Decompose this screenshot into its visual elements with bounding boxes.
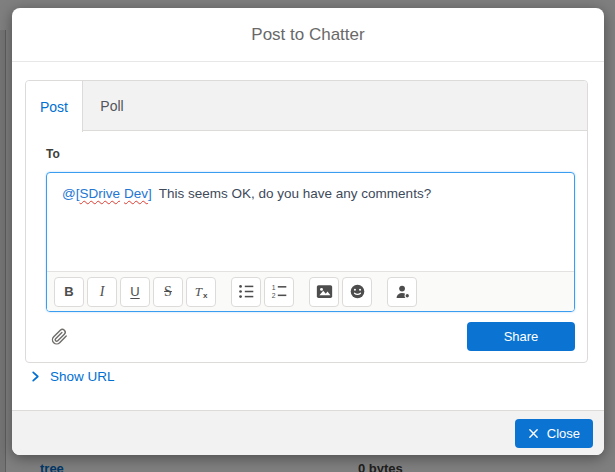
paperclip-icon: [50, 327, 69, 346]
mention-name: SDrive: [79, 186, 120, 201]
user-add-icon: [394, 283, 411, 300]
tab-poll[interactable]: Poll: [83, 81, 141, 130]
clear-formatting-button[interactable]: Tx: [186, 277, 216, 307]
mention-token: @[SDriveDev]: [62, 186, 152, 201]
post-tab-panel: To @[SDriveDev]This seems OK, do you hav…: [26, 131, 587, 351]
italic-icon: I: [100, 284, 105, 300]
share-button[interactable]: Share: [467, 322, 575, 351]
close-button-label: Close: [547, 426, 580, 441]
to-label: To: [46, 147, 575, 162]
bulleted-list-button[interactable]: [231, 277, 261, 307]
tab-poll-label: Poll: [100, 98, 123, 114]
show-url-label: Show URL: [50, 369, 115, 384]
tab-strip: Post Poll: [26, 81, 587, 131]
bold-button[interactable]: B: [54, 277, 84, 307]
message-text: This seems OK, do you have any comments?: [159, 186, 431, 201]
bulleted-list-icon: [238, 283, 255, 300]
message-textbox[interactable]: @[SDriveDev]This seems OK, do you have a…: [47, 173, 574, 271]
close-button[interactable]: Close: [515, 419, 593, 448]
message-editor: @[SDriveDev]This seems OK, do you have a…: [46, 172, 575, 312]
insert-emoji-button[interactable]: [342, 277, 372, 307]
dialog-title: Post to Chatter: [251, 25, 364, 45]
strikethrough-icon: S: [164, 284, 172, 300]
image-icon: [316, 283, 333, 300]
italic-button[interactable]: I: [87, 277, 117, 307]
tab-card: Post Poll To @[SDriveDev]This seems OK, …: [25, 80, 588, 363]
dialog-footer: Close: [12, 410, 604, 455]
mention-close: ]: [148, 186, 152, 201]
svg-text:2: 2: [271, 292, 275, 299]
clear-formatting-sub: x: [203, 291, 207, 300]
svg-text:1: 1: [271, 284, 275, 291]
editor-actions: Share: [46, 322, 575, 351]
chevron-right-icon: [30, 371, 41, 382]
post-to-chatter-dialog: Post to Chatter Post Poll To @[SDriveDev…: [12, 8, 604, 455]
numbered-list-button[interactable]: 1 2: [264, 277, 294, 307]
emoji-icon: [349, 283, 366, 300]
rich-text-toolbar: B I U S Tx: [47, 271, 574, 311]
tab-post-label: Post: [40, 99, 68, 115]
mention-user-button[interactable]: [387, 277, 417, 307]
underline-button[interactable]: U: [120, 277, 150, 307]
clear-formatting-icon: T: [195, 284, 202, 300]
show-url-toggle[interactable]: Show URL: [30, 369, 115, 384]
underline-icon: U: [130, 284, 139, 299]
mention-name: Dev: [124, 186, 148, 201]
strikethrough-button[interactable]: S: [153, 277, 183, 307]
attach-file-button[interactable]: [50, 327, 69, 346]
dialog-header: Post to Chatter: [12, 8, 604, 62]
insert-image-button[interactable]: [309, 277, 339, 307]
tab-post[interactable]: Post: [26, 81, 83, 132]
bold-icon: B: [64, 284, 73, 299]
close-icon: [528, 428, 539, 439]
numbered-list-icon: 1 2: [271, 283, 288, 300]
mention-open: @[: [62, 186, 79, 201]
